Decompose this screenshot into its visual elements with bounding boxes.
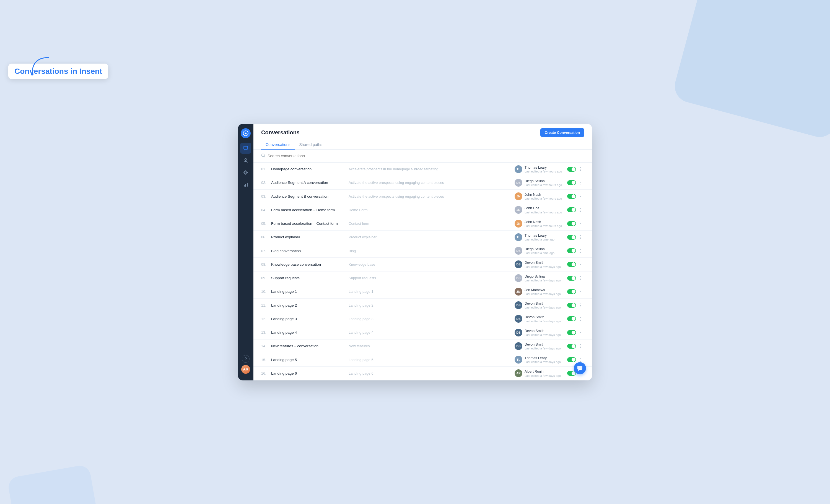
user-name: John Nash <box>524 220 562 224</box>
toggle-switch[interactable] <box>567 248 577 253</box>
user-info: John Nash Last edited a few hours ago <box>524 193 562 200</box>
toggle-on[interactable] <box>567 344 576 349</box>
table-row: 03. Audience Segment B conversation Acti… <box>253 190 592 203</box>
sidebar-item-users[interactable] <box>240 155 251 166</box>
toggle-switch[interactable] <box>567 235 577 240</box>
user-info: Albert Ronin Last edited a few days ago <box>524 369 561 377</box>
row-description: Activate the active prospects using enga… <box>349 194 515 199</box>
more-options-button[interactable]: ⋮ <box>577 343 584 349</box>
row-description: Activate the active prospects using enga… <box>349 180 515 185</box>
toggle-switch[interactable] <box>567 276 577 280</box>
row-user: DS Devon Smith Last edited a few days ag… <box>515 329 565 336</box>
row-description: Landing page 1 <box>349 290 515 294</box>
chat-fab-button[interactable] <box>574 362 586 374</box>
toggle-switch[interactable] <box>567 221 577 226</box>
more-options-button[interactable]: ⋮ <box>577 207 584 212</box>
more-options-button[interactable]: ⋮ <box>577 275 584 280</box>
sidebar-item-analytics[interactable] <box>240 179 251 190</box>
user-info: Devon Smith Last edited a few days ago <box>524 301 561 309</box>
row-user: DS Devon Smith Last edited a few days ag… <box>515 301 565 309</box>
row-number: 03. <box>261 194 271 199</box>
user-time: Last edited a few hours ago <box>524 197 562 200</box>
svg-rect-7 <box>247 183 248 187</box>
user-time: Last edited a few days ago <box>524 279 561 282</box>
user-info: Devon Smith Last edited a few days ago <box>524 261 561 268</box>
toggle-on[interactable] <box>567 194 576 199</box>
avatar: DS <box>515 315 522 323</box>
user-name: Thomas Leary <box>524 356 561 360</box>
toggle-switch[interactable] <box>567 330 577 335</box>
toggle-on[interactable] <box>567 276 576 280</box>
toggle-switch[interactable] <box>567 344 577 349</box>
user-time: Last edited a few hours ago <box>524 224 562 228</box>
toggle-on[interactable] <box>567 303 576 308</box>
row-number: 09. <box>261 276 271 280</box>
toggle-switch[interactable] <box>567 303 577 308</box>
more-options-button[interactable]: ⋮ <box>577 330 584 335</box>
sidebar-item-settings[interactable] <box>240 167 251 178</box>
more-options-button[interactable]: ⋮ <box>577 221 584 226</box>
toggle-on[interactable] <box>567 330 576 335</box>
row-user: DS Devon Smith Last edited a few days ag… <box>515 315 565 323</box>
row-description: Support requests <box>349 276 515 280</box>
user-time: Last edited a few days ago <box>524 320 561 323</box>
toggle-on[interactable] <box>567 316 576 321</box>
toggle-switch[interactable] <box>567 316 577 321</box>
toggle-switch[interactable] <box>567 262 577 267</box>
more-options-button[interactable]: ⋮ <box>577 357 584 363</box>
sidebar-logo[interactable] <box>241 128 251 138</box>
toggle-on[interactable] <box>567 248 576 253</box>
toggle-on[interactable] <box>567 262 576 267</box>
user-name: Devon Smith <box>524 315 561 319</box>
create-conversation-button[interactable]: Create Conversation <box>540 128 584 137</box>
toggle-switch[interactable] <box>567 207 577 212</box>
more-options-button[interactable]: ⋮ <box>577 248 584 254</box>
row-user: TL Thomas Leary Last edited a few days a… <box>515 356 565 364</box>
svg-line-9 <box>264 156 265 157</box>
toggle-on[interactable] <box>567 235 576 240</box>
row-number: 08. <box>261 262 271 267</box>
sidebar-item-chat[interactable] <box>240 143 251 154</box>
more-options-button[interactable]: ⋮ <box>577 289 584 294</box>
toggle-on[interactable] <box>567 207 576 212</box>
more-options-button[interactable]: ⋮ <box>577 262 584 267</box>
avatar: TL <box>515 233 522 241</box>
toggle-switch[interactable] <box>567 167 577 172</box>
user-time: Last edited a few days ago <box>524 347 561 350</box>
row-user: DS Devon Smith Last edited a few days ag… <box>515 261 565 268</box>
tabs: Conversations Shared paths <box>261 140 584 149</box>
toggle-on[interactable] <box>567 180 576 185</box>
table-row: 14. New features – conversation New feat… <box>253 339 592 353</box>
toggle-on[interactable] <box>567 167 576 172</box>
sidebar-avatar[interactable]: AR <box>241 365 250 374</box>
toggle-switch[interactable] <box>567 194 577 199</box>
sidebar-help[interactable]: ? <box>242 355 250 363</box>
more-options-button[interactable]: ⋮ <box>577 180 584 185</box>
svg-rect-2 <box>244 146 248 149</box>
header-top: Conversations Create Conversation <box>261 128 584 137</box>
toggle-switch[interactable] <box>567 357 577 362</box>
user-info: Devon Smith Last edited a few days ago <box>524 342 561 350</box>
toggle-switch[interactable] <box>567 180 577 185</box>
row-name: Audience Segment A conversation <box>271 180 349 185</box>
toggle-switch[interactable] <box>567 289 577 294</box>
toggle-on[interactable] <box>567 221 576 226</box>
more-options-button[interactable]: ⋮ <box>577 194 584 199</box>
tab-conversations[interactable]: Conversations <box>261 140 295 149</box>
user-info: John Doe Last edited a few hours ago <box>524 206 562 214</box>
row-description: Blog <box>349 249 515 253</box>
avatar: DS <box>515 179 522 187</box>
row-number: 04. <box>261 208 271 212</box>
more-options-button[interactable]: ⋮ <box>577 316 584 322</box>
more-options-button[interactable]: ⋮ <box>577 166 584 172</box>
row-name: Landing page 1 <box>271 290 349 294</box>
search-input[interactable] <box>267 154 340 158</box>
toggle-on[interactable] <box>567 289 576 294</box>
toggle-on[interactable] <box>567 357 576 362</box>
main-content: Conversations Create Conversation Conver… <box>253 124 592 380</box>
more-options-button[interactable]: ⋮ <box>577 234 584 240</box>
more-options-button[interactable]: ⋮ <box>577 303 584 308</box>
user-time: Last edited a few days ago <box>524 306 561 309</box>
row-number: 07. <box>261 249 271 253</box>
tab-shared-paths[interactable]: Shared paths <box>295 140 327 149</box>
